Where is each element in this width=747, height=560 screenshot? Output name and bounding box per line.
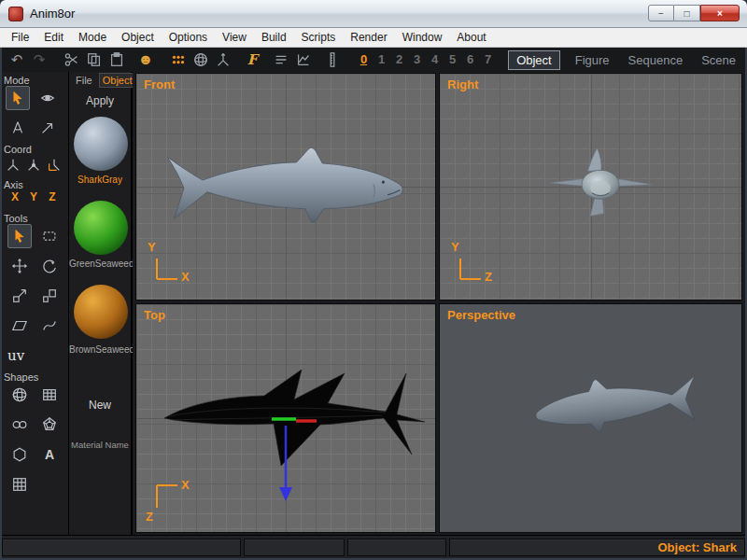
- top-axis-z-label: Z: [146, 510, 153, 524]
- coord-screen-button[interactable]: [45, 155, 63, 175]
- material-swatch-greenseaweed[interactable]: [74, 201, 128, 255]
- material-swatch-brownseaweed[interactable]: [74, 285, 128, 339]
- menu-render[interactable]: Render: [343, 28, 394, 48]
- coord-section-label: Coord: [4, 144, 32, 155]
- uv-tool-button[interactable]: uv: [7, 347, 24, 364]
- frame-4[interactable]: 4: [426, 49, 444, 70]
- viewport-perspective-label: Perspective: [447, 308, 515, 322]
- shark-model-right-view[interactable]: [547, 144, 655, 220]
- script-icon[interactable]: F: [242, 49, 262, 70]
- menu-edit[interactable]: Edit: [36, 28, 71, 48]
- tab-object[interactable]: Object: [508, 50, 560, 70]
- coord-object-button[interactable]: [24, 155, 43, 175]
- material-swatch-sharkgray[interactable]: [74, 117, 128, 171]
- viewport-area: Front Y X: [133, 72, 745, 535]
- apply-material-button[interactable]: Apply: [69, 94, 131, 107]
- frame-0[interactable]: 0: [355, 49, 373, 70]
- coord-world-button[interactable]: [4, 155, 22, 175]
- front-axis-indicator: Y X: [146, 240, 194, 292]
- material-name-brownseaweed: BrownSeaweed: [69, 344, 131, 355]
- menu-view[interactable]: View: [215, 28, 254, 48]
- left-toolbar: Mode Coord Axis X Y Z Tools: [0, 72, 69, 535]
- wire-sphere-icon[interactable]: [190, 49, 211, 70]
- axis-x-toggle[interactable]: X: [7, 190, 22, 203]
- viewport-front[interactable]: Front Y X: [135, 73, 436, 301]
- maximize-button[interactable]: □: [674, 5, 700, 21]
- smiley-icon[interactable]: ☻: [135, 49, 156, 70]
- frame-2[interactable]: 2: [390, 49, 408, 70]
- text-shape-button[interactable]: A: [37, 442, 62, 467]
- rect-select-tool-button[interactable]: [37, 224, 62, 248]
- drag-tool-button[interactable]: [35, 116, 60, 140]
- viewport-right[interactable]: Right Y Z: [439, 73, 742, 301]
- grid-shape-button[interactable]: [7, 472, 32, 497]
- status-segment-object: Object: Shark: [449, 539, 745, 556]
- scale-tool-button[interactable]: [7, 284, 32, 308]
- menu-options[interactable]: Options: [162, 28, 215, 48]
- polyhedron-shape-button[interactable]: [37, 413, 62, 437]
- axis-z-toggle[interactable]: Z: [45, 190, 60, 203]
- material-name-greenseaweed: GreenSeaweed: [69, 259, 131, 269]
- axis-y-toggle[interactable]: Y: [26, 190, 41, 203]
- materials-tab-file[interactable]: File: [73, 74, 95, 87]
- point-edit-icon[interactable]: [168, 49, 189, 70]
- right-axis-indicator: Y Z: [449, 240, 498, 292]
- rotate-tool-button[interactable]: [37, 254, 62, 278]
- tab-scene[interactable]: Scene: [698, 51, 740, 69]
- shark-model-perspective-view[interactable]: [529, 371, 701, 451]
- shark-model-front-view[interactable]: [162, 147, 413, 231]
- frame-6[interactable]: 6: [461, 49, 479, 70]
- measure-tool-button[interactable]: [6, 116, 30, 140]
- status-segment-3: [347, 539, 446, 556]
- minimize-button[interactable]: −: [648, 5, 674, 21]
- ngon-shape-button[interactable]: [7, 442, 32, 467]
- frame-7[interactable]: 7: [479, 49, 497, 70]
- frame-3[interactable]: 3: [408, 49, 426, 70]
- undo-icon[interactable]: ↶: [7, 49, 27, 70]
- plane-shape-button[interactable]: [37, 383, 62, 407]
- new-material-button[interactable]: New: [69, 399, 131, 412]
- status-segment-1: [2, 539, 241, 556]
- viewport-front-label: Front: [144, 77, 175, 91]
- select-mode-button[interactable]: [6, 86, 30, 110]
- menu-file[interactable]: File: [4, 28, 36, 48]
- ruler-icon[interactable]: [322, 49, 343, 70]
- axes-icon[interactable]: [213, 49, 233, 70]
- graph-icon[interactable]: [293, 49, 314, 70]
- menu-window[interactable]: Window: [395, 28, 450, 48]
- close-button[interactable]: ×: [700, 5, 740, 21]
- menu-mode[interactable]: Mode: [71, 28, 114, 48]
- frame-5[interactable]: 5: [444, 49, 461, 70]
- menu-about[interactable]: About: [449, 28, 493, 48]
- cut-icon[interactable]: [62, 49, 82, 70]
- materials-tab-object[interactable]: Object: [99, 73, 136, 88]
- menu-object[interactable]: Object: [114, 28, 162, 48]
- menu-bar: File Edit Mode Object Options View Build…: [0, 28, 747, 48]
- editor-mode-tabs: Object Figure Sequence Scene: [508, 50, 740, 70]
- copy-icon[interactable]: [84, 49, 105, 70]
- toolbar: ↶ ↷ ☻ F 0 1 2 3 4 5 6 7: [0, 48, 747, 72]
- top-axis-x-label: X: [181, 478, 190, 492]
- curve-tool-button[interactable]: [37, 314, 62, 338]
- cylinder-shape-button[interactable]: [7, 413, 32, 437]
- tab-figure[interactable]: Figure: [571, 51, 613, 69]
- paste-icon[interactable]: [106, 49, 127, 70]
- frame-1[interactable]: 1: [373, 49, 390, 70]
- select-tool-button[interactable]: [7, 224, 32, 248]
- materials-panel: File Object Apply SharkGray GreenSeaweed…: [69, 72, 133, 535]
- shear-tool-button[interactable]: [7, 314, 32, 338]
- sphere-shape-button[interactable]: [7, 383, 32, 407]
- tab-sequence[interactable]: Sequence: [625, 51, 687, 69]
- viewport-top[interactable]: Top X Z: [135, 303, 436, 533]
- move-tool-button[interactable]: [7, 254, 32, 278]
- menu-build[interactable]: Build: [254, 28, 294, 48]
- nonuniform-scale-tool-button[interactable]: [37, 284, 62, 308]
- shapes-section-label: Shapes: [4, 371, 38, 383]
- viewport-perspective[interactable]: Perspective: [439, 303, 742, 533]
- visibility-mode-button[interactable]: [35, 86, 60, 110]
- shark-model-top-view[interactable]: [162, 366, 428, 506]
- titlebar[interactable]: Anim8or − □ ×: [0, 0, 747, 28]
- menu-scripts[interactable]: Scripts: [294, 28, 344, 48]
- redo-icon[interactable]: ↷: [29, 49, 49, 70]
- list-icon[interactable]: [271, 49, 291, 70]
